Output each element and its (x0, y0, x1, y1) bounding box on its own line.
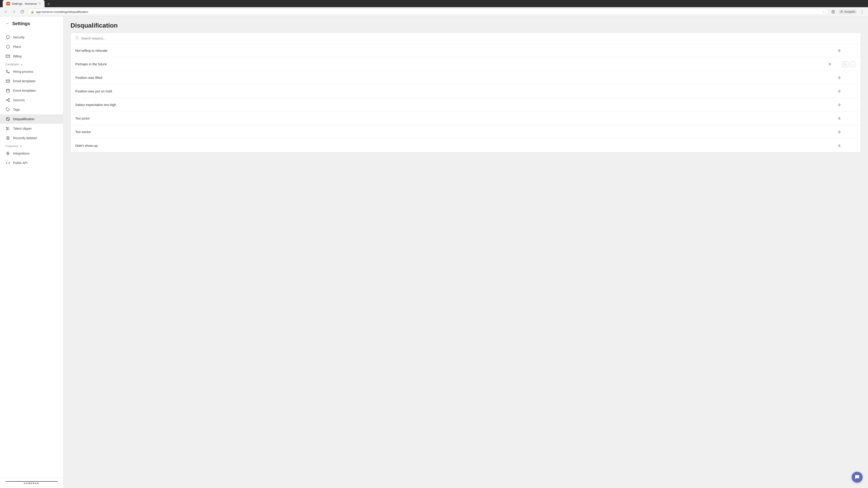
share-icon (5, 98, 10, 103)
reload-button[interactable] (19, 8, 25, 15)
more-options-button[interactable]: ··· (852, 102, 856, 107)
sidebar-item-security[interactable]: Security (0, 33, 63, 42)
sidebar-item-label: Sources (13, 98, 25, 102)
table-row: Position was put on hold 0 ··· (71, 85, 861, 98)
app-container: ← Settings Security Plans Bill (0, 17, 868, 488)
extensions-button[interactable] (830, 8, 836, 15)
row-count: 0 (838, 144, 852, 148)
svg-point-12 (8, 101, 9, 102)
zap-icon (5, 151, 10, 156)
sidebar-item-label: Plans (13, 45, 21, 48)
sidebar-item-email-templates[interactable]: Email templates (0, 76, 63, 86)
row-count: 0 (829, 62, 842, 66)
row-count: 0 (838, 48, 852, 53)
browser-chrome: H Settings · Homerun × + 🔒 app.homerun.c… (0, 0, 868, 17)
back-nav-button[interactable] (3, 8, 9, 15)
bookmark-icon[interactable]: ☆ (822, 10, 825, 13)
sidebar-item-label: Talent clipper (13, 127, 32, 130)
sidebar-navigation: Security Plans Billing Candidates ▲ (0, 31, 63, 477)
sidebar-item-label: Tags (13, 108, 20, 111)
homerun-logo: HOMERUN (5, 481, 58, 484)
table-row: Didn't show-up 0 ··· (71, 139, 861, 152)
customize-section-label[interactable]: Customize ▼ (0, 143, 63, 149)
row-label: Perhaps in the future (75, 62, 829, 66)
edit-button[interactable] (842, 61, 848, 67)
sidebar-item-billing[interactable]: Billing (0, 52, 63, 61)
mail-icon (5, 78, 10, 84)
sidebar-item-plans[interactable]: Plans (0, 42, 63, 52)
row-label: Position was filled (75, 76, 838, 79)
svg-line-21 (8, 129, 9, 130)
sidebar-title: Settings (12, 21, 30, 26)
active-tab[interactable]: H Settings · Homerun × (3, 0, 44, 7)
sidebar-header: ← Settings (0, 17, 63, 31)
svg-point-10 (8, 98, 9, 100)
sidebar-item-label: Security (13, 35, 25, 39)
more-options-button[interactable]: ··· (852, 48, 856, 53)
sidebar-item-recently-deleted[interactable]: Recently deleted (0, 133, 63, 143)
url-display: app.homerun.co/settings/disqualification (36, 10, 820, 13)
lock-icon: 🔒 (31, 10, 34, 13)
svg-line-22 (7, 128, 8, 129)
sidebar-item-label: Disqualification (13, 117, 34, 121)
svg-point-11 (6, 100, 7, 101)
chevron-down-icon: ▼ (20, 145, 22, 148)
row-label: Salary expectation too high (75, 103, 838, 107)
code-icon (5, 160, 10, 165)
svg-point-5 (6, 70, 7, 71)
sidebar-item-label: Integrations (13, 152, 30, 155)
svg-point-24 (76, 37, 78, 39)
trash-icon (5, 135, 10, 140)
new-tab-button[interactable]: + (45, 1, 52, 7)
tab-title: Settings · Homerun (12, 2, 37, 5)
sidebar-item-label: Billing (13, 55, 22, 58)
tab-favicon: H (6, 2, 10, 5)
forward-nav-button[interactable] (11, 8, 17, 15)
search-reasons-input[interactable] (81, 37, 856, 40)
main-content: Disqualification Not willing to relocate… (63, 17, 868, 488)
sidebar-item-disqualification[interactable]: Disqualification (0, 114, 63, 124)
sidebar-item-tags[interactable]: Tags (0, 105, 63, 114)
credit-card-icon (5, 54, 10, 59)
row-label: Too junior (75, 116, 838, 120)
row-label: Didn't show-up (75, 144, 838, 148)
table-row: Perhaps in the future 0 (71, 57, 861, 71)
table-row: Position was filled 0 ··· (71, 71, 861, 85)
shield-icon (5, 35, 10, 40)
sidebar-item-talent-clipper[interactable]: Talent clipper (0, 124, 63, 133)
svg-rect-0 (832, 10, 835, 13)
more-options-button[interactable]: ··· (852, 89, 856, 94)
sidebar-item-event-templates[interactable]: Event templates (0, 86, 63, 95)
svg-point-19 (6, 129, 7, 130)
tab-close-button[interactable]: × (39, 2, 41, 5)
disqualification-list: Not willing to relocate 0 ··· Perhaps in… (70, 33, 861, 153)
row-label: Not willing to relocate (75, 48, 838, 53)
more-options-button[interactable]: ··· (852, 116, 856, 121)
chat-support-button[interactable] (852, 472, 863, 483)
row-count: 0 (838, 89, 852, 93)
sidebar-item-public-api[interactable]: Public API (0, 158, 63, 168)
page-header: Disqualification (63, 17, 868, 33)
more-options-button[interactable]: ··· (852, 75, 856, 80)
more-options-button[interactable]: ··· (852, 143, 856, 148)
sidebar-item-sources[interactable]: Sources (0, 95, 63, 105)
table-row: Salary expectation too high 0 ··· (71, 98, 861, 111)
sidebar-item-label: Email templates (13, 79, 36, 83)
content-area: Not willing to relocate 0 ··· Perhaps in… (63, 33, 868, 488)
git-branch-icon (5, 69, 10, 74)
row-count: 0 (838, 130, 852, 134)
address-bar[interactable]: 🔒 app.homerun.co/settings/disqualificati… (27, 9, 828, 15)
svg-line-25 (78, 39, 79, 39)
sidebar-item-integrations[interactable]: Integrations (0, 149, 63, 158)
chevron-up-icon: ▲ (21, 63, 23, 66)
sidebar-item-hiring-process[interactable]: Hiring process (0, 67, 63, 76)
delete-button[interactable] (850, 61, 856, 67)
more-options-button[interactable]: ··· (852, 129, 856, 134)
svg-point-18 (6, 127, 7, 128)
settings-back-button[interactable]: ← (5, 21, 9, 26)
row-actions (842, 61, 856, 67)
candidates-section-label[interactable]: Candidates ▲ (0, 61, 63, 67)
browser-menu-button[interactable]: ⋮ (859, 8, 865, 15)
box-icon (5, 44, 10, 49)
sidebar-item-label: Event templates (13, 89, 36, 92)
